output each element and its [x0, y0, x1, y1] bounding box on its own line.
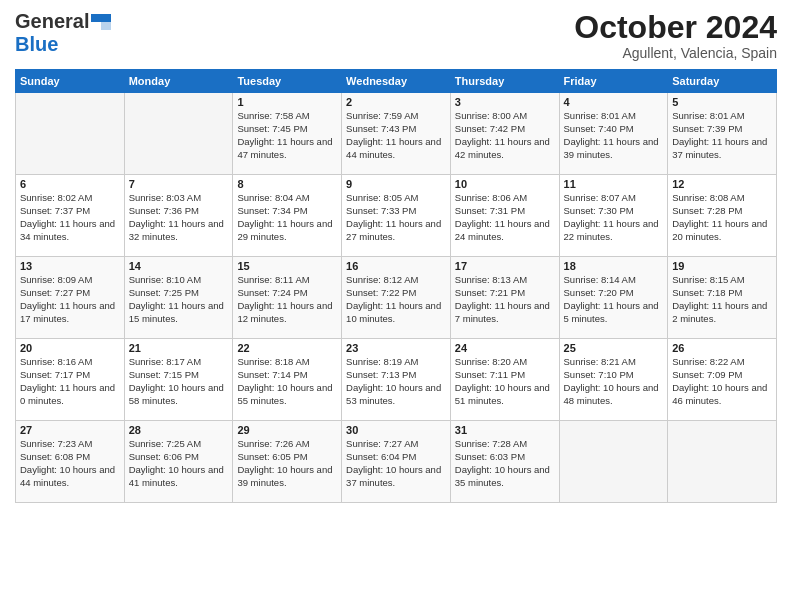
- day-info: Sunrise: 7:25 AMSunset: 6:06 PMDaylight:…: [129, 438, 229, 489]
- day-info: Sunrise: 8:12 AMSunset: 7:22 PMDaylight:…: [346, 274, 446, 325]
- calendar-cell: 23Sunrise: 8:19 AMSunset: 7:13 PMDayligh…: [342, 339, 451, 421]
- calendar-cell: 25Sunrise: 8:21 AMSunset: 7:10 PMDayligh…: [559, 339, 668, 421]
- calendar-cell: 27Sunrise: 7:23 AMSunset: 6:08 PMDayligh…: [16, 421, 125, 503]
- day-info: Sunrise: 7:26 AMSunset: 6:05 PMDaylight:…: [237, 438, 337, 489]
- calendar-week-2: 6Sunrise: 8:02 AMSunset: 7:37 PMDaylight…: [16, 175, 777, 257]
- header: General Blue October 2024 Agullent, Vale…: [15, 10, 777, 61]
- day-number: 24: [455, 342, 555, 354]
- day-info: Sunrise: 8:21 AMSunset: 7:10 PMDaylight:…: [564, 356, 664, 407]
- day-info: Sunrise: 8:03 AMSunset: 7:36 PMDaylight:…: [129, 192, 229, 243]
- calendar-cell: 22Sunrise: 8:18 AMSunset: 7:14 PMDayligh…: [233, 339, 342, 421]
- day-number: 22: [237, 342, 337, 354]
- logo: General Blue: [15, 10, 111, 56]
- day-number: 23: [346, 342, 446, 354]
- calendar-cell: 19Sunrise: 8:15 AMSunset: 7:18 PMDayligh…: [668, 257, 777, 339]
- day-number: 14: [129, 260, 229, 272]
- day-number: 15: [237, 260, 337, 272]
- day-info: Sunrise: 8:10 AMSunset: 7:25 PMDaylight:…: [129, 274, 229, 325]
- calendar-cell: 11Sunrise: 8:07 AMSunset: 7:30 PMDayligh…: [559, 175, 668, 257]
- weekday-header-friday: Friday: [559, 70, 668, 93]
- day-number: 28: [129, 424, 229, 436]
- calendar-cell: 16Sunrise: 8:12 AMSunset: 7:22 PMDayligh…: [342, 257, 451, 339]
- day-info: Sunrise: 8:02 AMSunset: 7:37 PMDaylight:…: [20, 192, 120, 243]
- day-number: 6: [20, 178, 120, 190]
- calendar-cell: 18Sunrise: 8:14 AMSunset: 7:20 PMDayligh…: [559, 257, 668, 339]
- calendar-cell: 2Sunrise: 7:59 AMSunset: 7:43 PMDaylight…: [342, 93, 451, 175]
- calendar-cell: 28Sunrise: 7:25 AMSunset: 6:06 PMDayligh…: [124, 421, 233, 503]
- day-info: Sunrise: 8:04 AMSunset: 7:34 PMDaylight:…: [237, 192, 337, 243]
- day-info: Sunrise: 8:11 AMSunset: 7:24 PMDaylight:…: [237, 274, 337, 325]
- day-info: Sunrise: 7:27 AMSunset: 6:04 PMDaylight:…: [346, 438, 446, 489]
- calendar-cell: [559, 421, 668, 503]
- calendar-cell: 20Sunrise: 8:16 AMSunset: 7:17 PMDayligh…: [16, 339, 125, 421]
- day-number: 18: [564, 260, 664, 272]
- calendar-cell: 12Sunrise: 8:08 AMSunset: 7:28 PMDayligh…: [668, 175, 777, 257]
- day-info: Sunrise: 8:15 AMSunset: 7:18 PMDaylight:…: [672, 274, 772, 325]
- calendar-cell: 6Sunrise: 8:02 AMSunset: 7:37 PMDaylight…: [16, 175, 125, 257]
- day-number: 27: [20, 424, 120, 436]
- calendar-cell: 4Sunrise: 8:01 AMSunset: 7:40 PMDaylight…: [559, 93, 668, 175]
- calendar-cell: 7Sunrise: 8:03 AMSunset: 7:36 PMDaylight…: [124, 175, 233, 257]
- day-info: Sunrise: 8:22 AMSunset: 7:09 PMDaylight:…: [672, 356, 772, 407]
- weekday-header-monday: Monday: [124, 70, 233, 93]
- logo-flag-icon: [91, 14, 111, 30]
- calendar-week-4: 20Sunrise: 8:16 AMSunset: 7:17 PMDayligh…: [16, 339, 777, 421]
- calendar-table: SundayMondayTuesdayWednesdayThursdayFrid…: [15, 69, 777, 503]
- calendar-cell: 14Sunrise: 8:10 AMSunset: 7:25 PMDayligh…: [124, 257, 233, 339]
- calendar-cell: 1Sunrise: 7:58 AMSunset: 7:45 PMDaylight…: [233, 93, 342, 175]
- day-info: Sunrise: 8:01 AMSunset: 7:40 PMDaylight:…: [564, 110, 664, 161]
- day-number: 5: [672, 96, 772, 108]
- weekday-row: SundayMondayTuesdayWednesdayThursdayFrid…: [16, 70, 777, 93]
- day-number: 20: [20, 342, 120, 354]
- weekday-header-wednesday: Wednesday: [342, 70, 451, 93]
- calendar-page: General Blue October 2024 Agullent, Vale…: [0, 0, 792, 612]
- day-number: 7: [129, 178, 229, 190]
- day-number: 4: [564, 96, 664, 108]
- day-info: Sunrise: 8:08 AMSunset: 7:28 PMDaylight:…: [672, 192, 772, 243]
- day-info: Sunrise: 7:59 AMSunset: 7:43 PMDaylight:…: [346, 110, 446, 161]
- calendar-header: SundayMondayTuesdayWednesdayThursdayFrid…: [16, 70, 777, 93]
- calendar-cell: 29Sunrise: 7:26 AMSunset: 6:05 PMDayligh…: [233, 421, 342, 503]
- day-info: Sunrise: 7:23 AMSunset: 6:08 PMDaylight:…: [20, 438, 120, 489]
- calendar-cell: [668, 421, 777, 503]
- weekday-header-thursday: Thursday: [450, 70, 559, 93]
- calendar-cell: [124, 93, 233, 175]
- day-number: 31: [455, 424, 555, 436]
- day-info: Sunrise: 8:00 AMSunset: 7:42 PMDaylight:…: [455, 110, 555, 161]
- day-number: 29: [237, 424, 337, 436]
- month-title: October 2024: [574, 10, 777, 45]
- calendar-cell: 9Sunrise: 8:05 AMSunset: 7:33 PMDaylight…: [342, 175, 451, 257]
- day-number: 13: [20, 260, 120, 272]
- day-info: Sunrise: 8:14 AMSunset: 7:20 PMDaylight:…: [564, 274, 664, 325]
- day-info: Sunrise: 8:13 AMSunset: 7:21 PMDaylight:…: [455, 274, 555, 325]
- calendar-cell: 10Sunrise: 8:06 AMSunset: 7:31 PMDayligh…: [450, 175, 559, 257]
- day-info: Sunrise: 8:05 AMSunset: 7:33 PMDaylight:…: [346, 192, 446, 243]
- day-number: 12: [672, 178, 772, 190]
- logo-blue: Blue: [15, 33, 58, 56]
- day-number: 17: [455, 260, 555, 272]
- day-info: Sunrise: 7:58 AMSunset: 7:45 PMDaylight:…: [237, 110, 337, 161]
- weekday-header-saturday: Saturday: [668, 70, 777, 93]
- day-info: Sunrise: 8:19 AMSunset: 7:13 PMDaylight:…: [346, 356, 446, 407]
- calendar-cell: 24Sunrise: 8:20 AMSunset: 7:11 PMDayligh…: [450, 339, 559, 421]
- calendar-week-3: 13Sunrise: 8:09 AMSunset: 7:27 PMDayligh…: [16, 257, 777, 339]
- day-number: 2: [346, 96, 446, 108]
- weekday-header-sunday: Sunday: [16, 70, 125, 93]
- day-number: 16: [346, 260, 446, 272]
- day-info: Sunrise: 8:06 AMSunset: 7:31 PMDaylight:…: [455, 192, 555, 243]
- day-info: Sunrise: 8:20 AMSunset: 7:11 PMDaylight:…: [455, 356, 555, 407]
- day-number: 30: [346, 424, 446, 436]
- calendar-week-1: 1Sunrise: 7:58 AMSunset: 7:45 PMDaylight…: [16, 93, 777, 175]
- day-number: 19: [672, 260, 772, 272]
- day-info: Sunrise: 8:16 AMSunset: 7:17 PMDaylight:…: [20, 356, 120, 407]
- calendar-cell: 8Sunrise: 8:04 AMSunset: 7:34 PMDaylight…: [233, 175, 342, 257]
- calendar-cell: 26Sunrise: 8:22 AMSunset: 7:09 PMDayligh…: [668, 339, 777, 421]
- day-number: 1: [237, 96, 337, 108]
- calendar-body: 1Sunrise: 7:58 AMSunset: 7:45 PMDaylight…: [16, 93, 777, 503]
- calendar-cell: 15Sunrise: 8:11 AMSunset: 7:24 PMDayligh…: [233, 257, 342, 339]
- day-info: Sunrise: 8:09 AMSunset: 7:27 PMDaylight:…: [20, 274, 120, 325]
- calendar-cell: 3Sunrise: 8:00 AMSunset: 7:42 PMDaylight…: [450, 93, 559, 175]
- title-block: October 2024 Agullent, Valencia, Spain: [574, 10, 777, 61]
- day-number: 3: [455, 96, 555, 108]
- calendar-cell: 13Sunrise: 8:09 AMSunset: 7:27 PMDayligh…: [16, 257, 125, 339]
